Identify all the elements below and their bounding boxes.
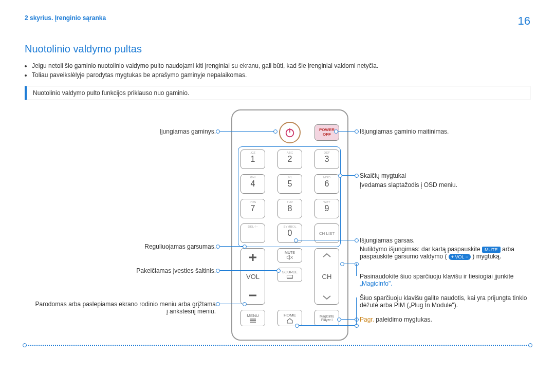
lead-line <box>296 240 357 240</box>
source-label: SOURCE <box>282 270 298 274</box>
channel-rocker: CH <box>314 248 339 305</box>
keypad-button: PRS7 <box>240 199 265 218</box>
number-keypad: .QZ1ABC2DEF3GHI4JKL5MNO6PRS7TUV8WXY9DEL-… <box>240 150 339 243</box>
keypad-button: ABC2 <box>278 150 302 169</box>
lead-line <box>336 131 357 132</box>
ch-label: CH <box>322 273 332 281</box>
keypad-button: MNO6 <box>314 174 339 194</box>
vol-label: VOL <box>246 273 260 281</box>
lead-line <box>342 264 357 264</box>
page-break-dotted <box>25 345 530 346</box>
keypad-button: GHI4 <box>240 174 265 194</box>
callout-power-off: Išjungiamas gaminio maitinimas. <box>360 128 449 135</box>
callout-source: Pakeičiamas įvesties šaltinis. <box>25 267 216 274</box>
lead-line <box>218 270 279 271</box>
mute-badge: MUTE <box>482 247 501 253</box>
power-off-label-2: OFF <box>323 133 331 137</box>
keypad-button: JKL5 <box>278 174 302 194</box>
lead-line <box>356 319 357 325</box>
power-on-button <box>279 122 301 143</box>
remote-diagram: POWER OFF .QZ1ABC2DEF3GHI4JKL5MNO6PRS7TU… <box>25 109 530 356</box>
callout-menu: Parodomas arba paslepiamas ekrano rodini… <box>25 301 216 315</box>
keypad-button: TUV8 <box>278 199 302 218</box>
lead-line <box>218 304 245 304</box>
lead-line <box>356 264 357 276</box>
plus-icon <box>248 253 257 262</box>
remote-control: POWER OFF .QZ1ABC2DEF3GHI4JKL5MNO6PRS7TU… <box>231 109 348 341</box>
lead-line <box>218 131 275 132</box>
svg-rect-7 <box>287 275 292 278</box>
lead-line <box>339 319 357 320</box>
section-title: Nuotolinio valdymo pultas <box>25 43 530 55</box>
lead-line <box>218 246 245 247</box>
bullet-item: Toliau paveikslėlyje parodytas mygtukas … <box>32 71 530 79</box>
lead-line <box>340 175 357 176</box>
callout-numbers: Skaičių mygtukai Įvedamas slaptažodis į … <box>360 172 457 189</box>
lead-line <box>297 325 357 326</box>
keypad-button: WXY9 <box>314 199 339 218</box>
bullet-list: Jeigu netoli šio gaminio nuotolinio vald… <box>32 62 530 79</box>
callout-volume: Reguliuojamas garsumas. <box>25 243 216 250</box>
minus-icon <box>248 291 257 300</box>
keypad-button: DEL-/-- <box>240 223 265 243</box>
keypad-button: DEF3 <box>314 150 339 169</box>
vol-badge: + VOL − <box>449 254 471 260</box>
chevron-down-icon <box>322 295 331 300</box>
magicinfo-label-2: Player I <box>321 318 332 322</box>
bullet-item: Jeigu netoli šio gaminio nuotolinio vald… <box>32 62 530 69</box>
menu-label: MENU <box>247 313 259 318</box>
callout-home: Pagr. paleidimo mygtukas. <box>360 316 432 323</box>
keypad-button: .QZ1 <box>240 150 265 169</box>
lead-line <box>356 297 357 319</box>
menu-icon <box>249 318 256 323</box>
mute-icon <box>286 254 293 260</box>
magicinfo-label-1: MagicInfo <box>320 314 334 318</box>
callout-power-on: Įjungiamas gaminys. <box>25 128 216 135</box>
page-number: 16 <box>518 14 530 28</box>
chapter-title: 2 skyrius. Įrenginio sąranka <box>25 14 106 28</box>
source-button: SOURCE <box>278 268 302 282</box>
source-icon <box>286 274 293 280</box>
power-icon <box>284 127 295 138</box>
volume-rocker: VOL <box>240 248 265 305</box>
note-box: Nuotolinio valdymo pulto funkcijos prikl… <box>25 86 530 100</box>
home-label: HOME <box>284 313 296 318</box>
home-icon <box>286 318 293 324</box>
callout-mute: Išjungiamas garsas. Nutildymo išjungimas… <box>360 237 529 260</box>
mute-button: MUTE <box>278 248 302 263</box>
magicinfo-button: MagicInfo Player I <box>314 310 339 326</box>
menu-button: MENU <box>240 310 265 326</box>
mute-label: MUTE <box>285 251 295 254</box>
callout-magicinfo-player: Šiuo sparčiuoju klavišu galite naudotis,… <box>360 294 534 309</box>
callout-magicinfo-shortcut: Pasinaudokite šiuo sparčiuoju klavišu ir… <box>360 273 534 287</box>
chevron-up-icon <box>322 253 331 258</box>
note-text: Nuotolinio valdymo pulto funkcijos prikl… <box>33 89 189 97</box>
